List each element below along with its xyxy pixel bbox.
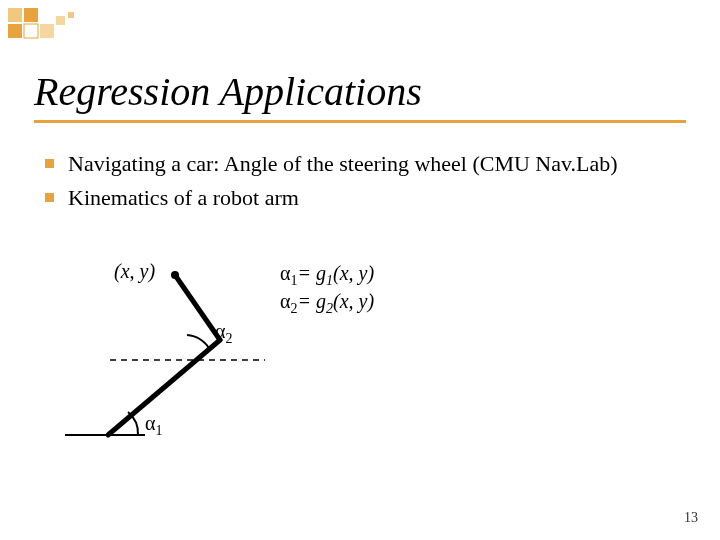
bullet-text: Navigating a car: Angle of the steering … (68, 150, 685, 178)
bullet-text: Kinematics of a robot arm (68, 184, 685, 212)
svg-rect-2 (8, 24, 22, 38)
slide-title: Regression Applications (34, 68, 422, 115)
bullet-icon (45, 159, 54, 168)
alpha1-label: α1 (145, 412, 162, 439)
bullet-icon (45, 193, 54, 202)
deco-squares (8, 8, 98, 44)
eq1: α1= g1(x, y) (280, 262, 374, 289)
title-underline (34, 120, 686, 123)
svg-line-8 (108, 340, 220, 435)
bullet-item: Navigating a car: Angle of the steering … (45, 150, 685, 178)
alpha2-label: α2 (215, 320, 232, 347)
eq2: α2= g2(x, y) (280, 290, 374, 317)
bullet-item: Kinematics of a robot arm (45, 184, 685, 212)
svg-point-11 (171, 271, 179, 279)
page-number: 13 (684, 510, 698, 526)
svg-rect-1 (24, 8, 38, 22)
svg-rect-0 (8, 8, 22, 22)
xy-label: (x, y) (114, 260, 155, 283)
svg-rect-3 (24, 24, 38, 38)
svg-line-10 (175, 275, 220, 340)
svg-rect-6 (68, 12, 74, 18)
body-text: Navigating a car: Angle of the steering … (45, 150, 685, 217)
robot-arm-diagram: (x, y) α2 α1 α1= g1(x, y) α2= g2(x, y) (60, 260, 420, 460)
svg-rect-4 (40, 24, 54, 38)
svg-rect-5 (56, 16, 65, 25)
